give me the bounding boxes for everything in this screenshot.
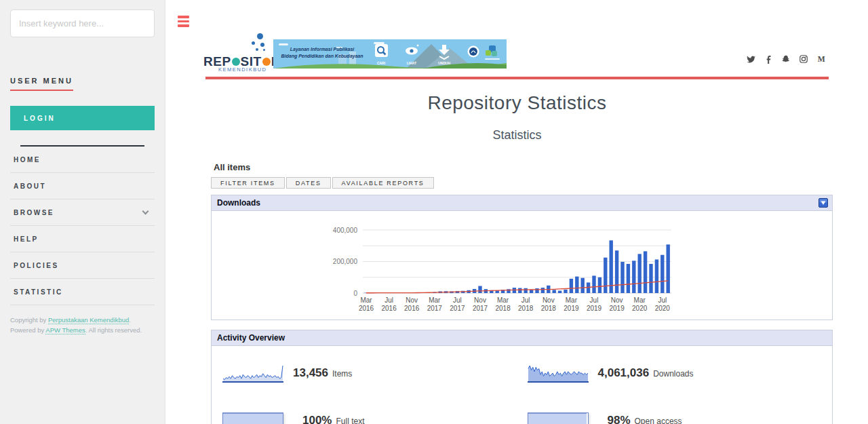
sidebar: USER MENU LOGIN HOME ABOUT BROWSE HELP P… (0, 0, 165, 424)
page-title: Repository Statistics (205, 92, 829, 114)
stat-fulltext: 100% Full text (222, 406, 528, 424)
twitter-icon[interactable] (746, 54, 755, 64)
svg-text:Nov: Nov (406, 296, 418, 304)
logo-o-teal (232, 58, 240, 66)
page-subtitle: Statistics (205, 128, 829, 142)
items-sparkline (222, 363, 283, 383)
logo-subtext: KEMENDIKBUD (218, 66, 267, 73)
items-label: Items (332, 369, 352, 379)
downloads-panel-title: Downloads (217, 198, 260, 208)
user-menu-section: USER MENU LOGIN HOME ABOUT BROWSE HELP P… (10, 74, 155, 305)
sidebar-item-about[interactable]: ABOUT (10, 173, 155, 199)
facebook-icon[interactable] (764, 54, 773, 64)
tab-dates[interactable]: DATES (286, 177, 331, 189)
main-content: REPSITRI KEMENDIKBUD Layanan Informasi P… (165, 0, 868, 424)
svg-text:2019: 2019 (609, 305, 625, 312)
fulltext-progress-bar (222, 412, 283, 424)
hamburger-menu-icon[interactable] (178, 16, 190, 28)
copyright-text: Copyright by (10, 316, 48, 324)
svg-text:Nov: Nov (611, 296, 623, 304)
header-accent-line (205, 77, 829, 79)
svg-text:2017: 2017 (427, 305, 443, 312)
sidebar-item-home[interactable]: HOME (10, 147, 155, 173)
svg-text:LIHAT: LIHAT (407, 61, 416, 65)
svg-text:Mar: Mar (429, 296, 441, 304)
items-count: 13,456 (293, 366, 328, 380)
sidebar-item-statistic[interactable]: STATISTIC (10, 279, 155, 305)
stat-openaccess: 98% Open access (528, 406, 833, 424)
logo-dot (260, 43, 264, 47)
svg-text:2019: 2019 (587, 305, 602, 312)
svg-text:2017: 2017 (473, 305, 488, 312)
section-label: All items (214, 162, 250, 172)
logo-dot (257, 33, 263, 39)
svg-text:2018: 2018 (541, 305, 557, 312)
svg-text:Mar: Mar (634, 296, 646, 304)
social-icons: M (746, 54, 826, 64)
logo-o-orange (262, 58, 271, 66)
tab-available-reports[interactable]: AVAILABLE REPORTS (332, 177, 434, 189)
svg-text:Nov: Nov (474, 296, 486, 304)
banner-text-line1: Layanan Informasi Publikasi (290, 47, 355, 52)
svg-text:Mar: Mar (566, 296, 578, 304)
sidebar-menu: HOME ABOUT BROWSE HELP POLICIES STATISTI… (10, 147, 155, 305)
sidebar-item-policies[interactable]: POLICIES (10, 252, 155, 279)
stat-items: 13,456 Items (222, 358, 528, 388)
downloads-sparkline (528, 363, 589, 383)
copyright-link[interactable]: Perpustakaan Kemendikbud (48, 316, 129, 324)
svg-text:2017: 2017 (450, 305, 465, 312)
tab-filter-items[interactable]: FILTER ITEMS (211, 177, 285, 189)
sidebar-footer: Copyright by Perpustakaan Kemendikbud. P… (10, 315, 155, 335)
svg-text:400,000: 400,000 (333, 227, 358, 234)
svg-text:CARI: CARI (377, 61, 386, 65)
stat-downloads: 4,061,036 Downloads (528, 358, 833, 388)
banner-text-line2: Bidang Pendidikan dan Kebudayaan (281, 54, 363, 59)
downloads-chart-area: 0200,000400,000Mar2016Jul2016Nov2016Mar2… (212, 211, 832, 320)
downloads-label: Downloads (653, 369, 693, 379)
downloads-count: 4,061,036 (598, 366, 650, 380)
sidebar-item-help[interactable]: HELP (10, 226, 155, 252)
svg-text:Mar: Mar (497, 296, 509, 304)
openaccess-label: Open access (635, 417, 682, 424)
downloads-panel-header: Downloads (212, 195, 832, 211)
svg-text:M: M (818, 55, 825, 64)
svg-text:Jul: Jul (521, 296, 530, 304)
svg-text:2019: 2019 (564, 305, 579, 312)
svg-text:UNDUH: UNDUH (438, 61, 450, 65)
svg-text:2016: 2016 (404, 305, 420, 312)
sidebar-item-browse[interactable]: BROWSE (10, 199, 155, 226)
report-tabs: FILTER ITEMS DATES AVAILABLE REPORTS (211, 177, 434, 189)
svg-text:2020: 2020 (655, 305, 671, 312)
svg-text:Jul: Jul (453, 296, 462, 304)
svg-text:200,000: 200,000 (333, 258, 358, 265)
logo-dot (252, 41, 255, 45)
svg-text:Mar: Mar (360, 296, 372, 304)
fulltext-label: Full text (336, 417, 364, 424)
copyright-dot: . (129, 316, 131, 324)
svg-text:Nov: Nov (542, 296, 555, 304)
openaccess-progress-bar (528, 412, 589, 424)
openaccess-percent: 98% (608, 414, 631, 424)
activity-panel-title: Activity Overview (217, 333, 285, 343)
svg-text:2018: 2018 (518, 305, 534, 312)
svg-text:2018: 2018 (495, 305, 511, 312)
fulltext-percent: 100% (302, 414, 332, 424)
activity-overview-panel: Activity Overview 13,456 Items 4,061,036… (211, 330, 833, 424)
svg-text:2016: 2016 (381, 305, 397, 312)
instagram-icon[interactable] (799, 54, 808, 64)
activity-panel-header: Activity Overview (212, 330, 832, 346)
svg-text:Jul: Jul (590, 296, 599, 304)
logo-dot (256, 48, 258, 51)
snapchat-icon[interactable] (781, 54, 791, 64)
export-menu-icon[interactable] (818, 198, 828, 208)
powered-text: Powered by (10, 326, 45, 334)
sidebar-item-label: BROWSE (14, 209, 54, 216)
svg-text:2016: 2016 (359, 305, 374, 312)
medium-icon[interactable]: M (816, 54, 826, 64)
repository-logo[interactable]: REPSITRI KEMENDIKBUD (203, 30, 275, 71)
powered-link[interactable]: APW Themes (45, 326, 85, 334)
powered-dot: . All rights reserved. (85, 326, 142, 334)
banner-kemdikbud-logo (468, 46, 479, 58)
search-input[interactable] (10, 9, 155, 37)
login-button[interactable]: LOGIN (10, 106, 155, 130)
